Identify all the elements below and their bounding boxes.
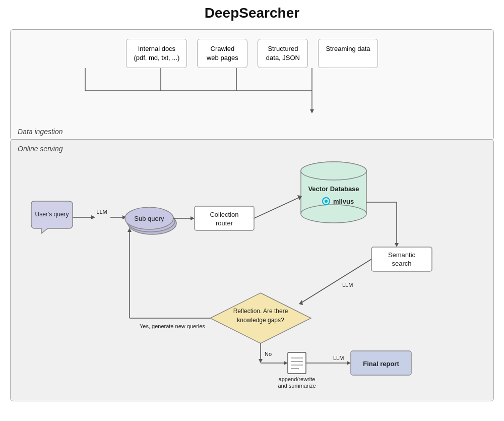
svg-marker-23 (395, 243, 399, 247)
sub-query-text: Sub query (134, 215, 164, 222)
svg-marker-6 (310, 109, 314, 113)
svg-marker-14 (91, 215, 95, 219)
svg-marker-25 (299, 300, 303, 305)
data-ingestion-section: Internal docs(pdf, md, txt, ...) Crawled… (10, 29, 494, 140)
source-streaming-data: Streaming data (318, 39, 377, 68)
online-serving-section: Online serving Vector Database milvus Us… (10, 139, 494, 401)
summarize-label-1: append/rewrite (279, 376, 316, 382)
source-internal-docs: Internal docs(pdf, md, txt, ...) (126, 39, 187, 68)
svg-point-10 (301, 162, 366, 180)
source-structured-data: Structureddata, JSON (258, 39, 308, 68)
users-query-text: User's query (35, 211, 69, 218)
source-crawled-pages: Crawledweb pages (197, 39, 247, 68)
vector-db-label: Vector Database (308, 185, 359, 193)
online-serving-label: Online serving (18, 145, 63, 153)
document-icon (288, 352, 306, 374)
svg-point-9 (301, 205, 366, 223)
ingestion-sources: Internal docs(pdf, md, txt, ...) Crawled… (20, 39, 484, 68)
svg-marker-30 (259, 359, 263, 363)
llm-label-2: LLM (342, 282, 353, 288)
summarize-label-2: and summarize (278, 383, 316, 389)
svg-marker-32 (284, 361, 288, 365)
svg-marker-18 (191, 216, 195, 220)
collection-router-text2: router (216, 219, 233, 227)
page-title: DeepSearcher (10, 5, 494, 21)
llm-label-1: LLM (96, 209, 107, 215)
collection-router-text: Collection (210, 211, 238, 218)
reflection-text1: Reflection. Are there (233, 308, 288, 315)
yes-label: Yes, generate new queries (140, 323, 205, 329)
ingestion-connectors-svg (20, 68, 484, 113)
online-serving-diagram: Vector Database milvus User's query LLM (19, 157, 485, 404)
svg-line-24 (301, 259, 371, 303)
semantic-search-text2: search (392, 260, 411, 267)
reflection-text2: knowledge gaps? (237, 317, 284, 324)
no-label: No (265, 351, 272, 357)
final-report-text: Final report (363, 360, 399, 368)
svg-point-12 (325, 200, 328, 203)
llm-label-3: LLM (333, 355, 344, 361)
milvus-label: milvus (333, 198, 354, 205)
data-ingestion-label: Data ingestion (18, 128, 63, 136)
semantic-search-text: Semantic (388, 251, 416, 259)
svg-marker-38 (347, 361, 351, 365)
svg-line-19 (254, 197, 300, 218)
